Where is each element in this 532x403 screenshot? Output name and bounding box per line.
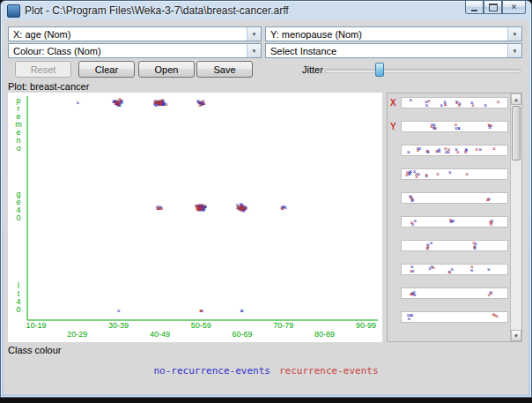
strip-mark: × [416, 147, 419, 153]
strip-mark: × [448, 169, 452, 175]
attribute-strip[interactable]: ×××××××××× [401, 240, 508, 251]
attribute-strip-row: Y×××××××××××××× [388, 121, 521, 133]
data-point: × [165, 101, 168, 108]
data-point: × [201, 202, 204, 208]
strip-mark: × [426, 243, 430, 250]
data-point: × [281, 205, 284, 212]
strip-mark: × [410, 268, 413, 274]
attribute-strip[interactable]: ×××××××××××××× [401, 121, 508, 132]
attribute-strip[interactable]: ××××××××× [401, 287, 508, 299]
data-point: × [76, 100, 79, 106]
strip-mark: × [426, 148, 430, 154]
jitter-slider-track[interactable] [325, 69, 521, 73]
data-point: × [240, 308, 243, 314]
strip-mark: × [497, 99, 500, 105]
attribute-strip-row: ×××××××××× [388, 240, 521, 252]
legend-item[interactable]: no-recurrence-events [153, 365, 270, 377]
strip-mark: × [409, 97, 412, 103]
legend-item[interactable]: recurrence-events [279, 365, 379, 377]
minimize-button[interactable] [465, 1, 484, 14]
strip-mark: × [410, 194, 413, 200]
strip-mark: × [429, 240, 432, 246]
close-button[interactable]: ✕ [502, 1, 526, 14]
scroll-up-icon[interactable]: ▲ [511, 93, 521, 105]
strip-mark: × [490, 220, 493, 226]
attribute-strip-row: ××××××××××××××× [388, 168, 521, 181]
strip-mark: × [444, 101, 447, 108]
strip-mark: × [464, 149, 468, 155]
strip-mark: × [471, 102, 475, 108]
data-point: × [195, 203, 198, 209]
attribute-panel-scrollbar[interactable]: ▲ ▼ [510, 93, 521, 341]
attribute-strip[interactable]: ×××××××××××××××× [401, 97, 508, 108]
strip-mark: × [456, 149, 460, 155]
strip-mark: × [405, 172, 409, 178]
attribute-strip-row: ××××××××× [388, 192, 521, 205]
attribute-strip[interactable]: ××××××××××××××× [401, 168, 508, 180]
data-point: × [199, 308, 203, 314]
close-icon: ✕ [511, 4, 518, 11]
chevron-down-icon: ▼ [507, 27, 521, 41]
attribute-strip-row: ××××××××××× [388, 216, 521, 228]
x-axis-label: 40-49 [150, 330, 170, 339]
open-button[interactable]: Open [138, 61, 195, 78]
strip-mark: × [487, 266, 491, 272]
attribute-strip[interactable]: ××××××× [401, 311, 508, 323]
scatter-plot[interactable]: premenoge40lt4010-1920-2930-3940-4950-59… [8, 93, 382, 342]
minimize-icon [471, 10, 477, 11]
y-axis-label: o [16, 144, 20, 153]
app-icon [7, 4, 20, 18]
reset-button: Reset [15, 61, 71, 78]
x-attribute-select[interactable]: X: age (Nom) ▼ [8, 26, 262, 41]
data-point: × [202, 98, 205, 104]
y-attribute-value: Y: menopause (Nom) [266, 29, 507, 40]
titlebar[interactable]: Plot - C:\Program Files\Weka-3-7\data\br… [1, 1, 531, 20]
data-point: × [118, 96, 122, 102]
colour-attribute-select[interactable]: Colour: Class (Nom) ▼ [8, 43, 262, 58]
strip-mark: × [434, 125, 438, 131]
attribute-strip-row: ××××××××××××××××××××××× [388, 145, 521, 157]
strip-mark: × [430, 123, 433, 130]
strip-mark: × [486, 197, 490, 203]
select-instance-select[interactable]: Select Instance ▼ [265, 43, 522, 58]
clear-button[interactable]: Clear [78, 61, 135, 78]
chevron-down-icon: ▼ [247, 27, 261, 41]
data-point: × [239, 205, 242, 212]
jitter-slider-thumb[interactable] [375, 63, 384, 77]
data-point: × [157, 205, 160, 212]
strip-mark: × [490, 290, 493, 296]
window-title: Plot - C:\Program Files\Weka-3-7\data\br… [25, 4, 289, 17]
attribute-strip-row: X×××××××××××××××× [388, 97, 521, 109]
strip-mark: × [478, 146, 482, 153]
scrollbar-thumb[interactable] [512, 106, 521, 160]
strip-mark: × [435, 148, 439, 154]
jitter-label: Jitter [302, 64, 323, 75]
attribute-strip[interactable]: ××××××××× [401, 192, 508, 204]
attribute-strip-row: ×××××××××××× [388, 264, 521, 276]
scroll-down-icon[interactable]: ▼ [511, 330, 521, 341]
strip-mark: × [484, 102, 487, 108]
strip-mark: × [475, 146, 478, 153]
strip-mark: × [407, 316, 410, 322]
y-attribute-select[interactable]: Y: menopause (Nom) ▼ [265, 26, 522, 41]
strip-mark: × [493, 312, 497, 318]
maximize-button[interactable] [484, 1, 502, 14]
jitter-slider[interactable] [325, 62, 521, 78]
plot-panel[interactable]: premenoge40lt4010-1920-2930-3940-4950-59… [8, 93, 382, 342]
maximize-icon [489, 4, 498, 11]
attribute-strip-row: ××××××××× [388, 287, 521, 300]
strip-mark: × [409, 291, 412, 297]
attribute-strip[interactable]: ××××××××××××××××××××××× [401, 145, 508, 156]
attribute-strip[interactable]: ××××××××××× [401, 216, 508, 228]
strip-mark: × [457, 102, 461, 108]
strip-mark: × [415, 171, 418, 177]
strip-mark: × [447, 146, 451, 153]
caption-buttons: ✕ [465, 1, 526, 14]
save-button[interactable]: Save [196, 61, 253, 78]
x-axis-label: 70-79 [273, 321, 293, 330]
plot-title: Plot: breast-cancer [8, 81, 89, 92]
strip-mark: × [410, 220, 414, 226]
strip-mark: × [449, 217, 453, 223]
strip-mark: × [407, 149, 410, 155]
attribute-strip[interactable]: ×××××××××××× [401, 264, 508, 275]
